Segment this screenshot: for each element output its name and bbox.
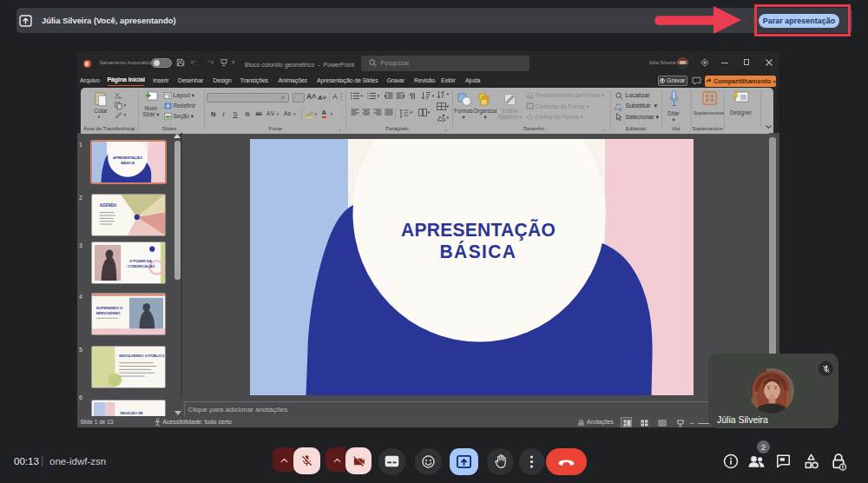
svg-text:COMUNICAÇÃO: COMUNICAÇÃO bbox=[128, 264, 155, 268]
svg-text:AGENDA: AGENDA bbox=[100, 203, 117, 208]
svg-text:SELEÇÃO DE: SELEÇÃO DE bbox=[120, 410, 143, 414]
svg-text:O PODER DA: O PODER DA bbox=[129, 259, 152, 263]
svg-text:BÁSICA: BÁSICA bbox=[121, 160, 135, 164]
svg-text:b: b bbox=[615, 107, 617, 111]
svg-text:SUPERANDO O: SUPERANDO O bbox=[96, 306, 122, 310]
svg-text:3: 3 bbox=[367, 96, 369, 100]
svg-text:APRESENTAÇÃO: APRESENTAÇÃO bbox=[400, 219, 555, 241]
svg-text:BÁSICA: BÁSICA bbox=[439, 240, 516, 261]
svg-text:ENVOLVENDO O PÚBLICO: ENVOLVENDO O PÚBLICO bbox=[119, 354, 164, 359]
svg-text:APRESENTAÇÃO: APRESENTAÇÃO bbox=[113, 155, 143, 160]
svg-text:NERVOSISMO: NERVOSISMO bbox=[96, 311, 121, 315]
